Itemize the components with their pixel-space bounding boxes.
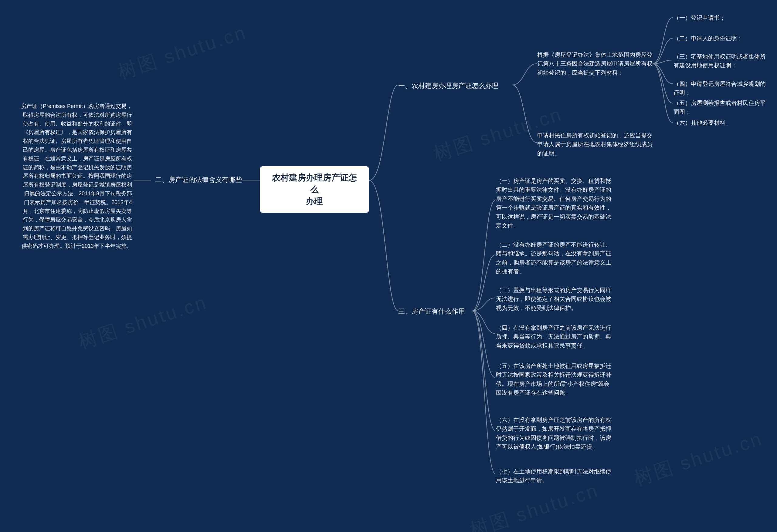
branch1-sub1-item3: （三）宅基地使用权证明或者集体所有建设用地使用权证明； [673, 52, 771, 70]
branch3-item3: （三）置换与出租等形式的房产交易行为同样无法进行，即使签定了相关合同或协议也会被… [496, 286, 614, 312]
branch3-item6: （六）在没有拿到房产证之前该房产的所有权仍然属于开发商，如果开发商存在将房产抵押… [496, 415, 614, 451]
connector [472, 179, 496, 482]
watermark: 树图 shutu.cn [75, 289, 211, 355]
branch1-title[interactable]: 一、农村建房办理房产证怎么办理 [398, 81, 514, 91]
branch3-title[interactable]: 三、房产证有什么作用 [398, 306, 483, 317]
branch1-sub1-item5: （五）房屋测绘报告或者村民住房平面图； [673, 99, 771, 117]
branch3-item1: （一）房产证是房产的买卖、交换、租赁和抵押时出具的重要法律文件。没有办好房产证的… [496, 176, 614, 230]
branch2-title[interactable]: 二、房产证的法律含义有哪些 [151, 175, 242, 185]
branch3-item7: （七）在土地使用权期限到期时无法对继续使用该土地进行申请。 [496, 467, 614, 485]
branch1-sub1-intro: 根据《房屋登记办法》集体土地范围内房屋登记第八十三条因合法建造房屋申请房屋所有权… [537, 50, 653, 77]
branch3-item2: （二）没有办好房产证的房产不能进行转让、赠与和继承。还是那句话，在没有拿到房产证… [496, 240, 614, 276]
watermark: 树图 shutu.cn [115, 19, 250, 85]
watermark: 树图 shutu.cn [467, 478, 602, 532]
branch3-item4: （四）在没有拿到房产证之前该房产无法进行质押、典当等行为。无法通过房产的质押、典… [496, 323, 614, 350]
root-node[interactable]: 农村建房办理房产证怎么 办理 [260, 166, 369, 213]
root-title-line2: 办理 [268, 195, 360, 207]
branch3-item5: （五）在该房产所处土地被征用或房屋被拆迁时无法按国家政策及相关拆迁法规获得拆迁补… [496, 362, 614, 397]
connector [369, 73, 400, 321]
branch1-sub1-item4: （四）申请登记房屋符合城乡规划的证明； [673, 80, 771, 97]
connector [512, 48, 538, 152]
watermark: 树图 shutu.cn [631, 426, 766, 491]
branch1-sub1-item2: （二）申请人的身份证明； [673, 34, 765, 43]
branch1-sub1-item6: （六）其他必要材料。 [673, 118, 765, 127]
connector [653, 12, 674, 127]
branch1-sub1-item1: （一）登记申请书； [673, 13, 765, 22]
branch1-sub2: 申请村民住房所有权初始登记的，还应当提交申请人属于房屋所在地农村集体经济组织成员… [537, 131, 656, 158]
root-title-line1: 农村建房办理房产证怎么 [268, 172, 360, 195]
connector [241, 170, 261, 188]
connector [132, 170, 152, 188]
branch2-text: 房产证（Premises Permit）购房者通过交易，取得房屋的合法所有权，可… [18, 102, 132, 251]
